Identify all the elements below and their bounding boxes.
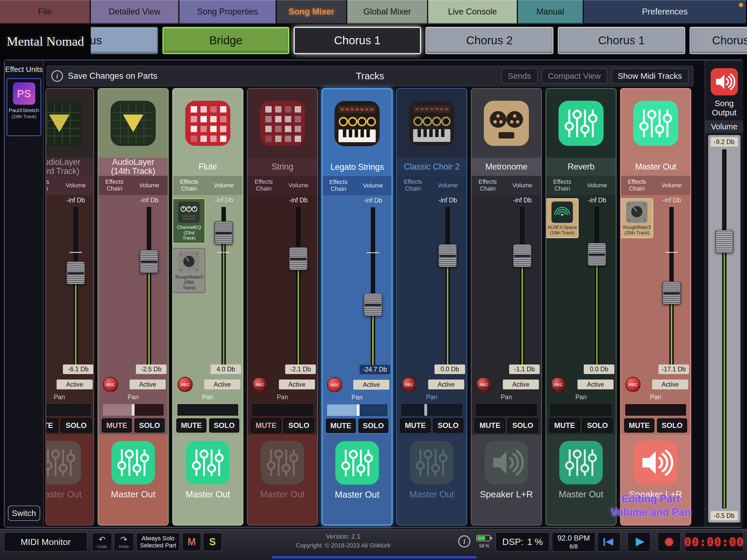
record-button[interactable] [657,532,681,552]
effect-plugin-channeleq[interactable]: ChannelEQ (23rd Track) [173,198,205,244]
solo-button[interactable]: SOLO [583,418,613,433]
fader-handle[interactable] [513,244,532,267]
record-arm-button[interactable]: REC [103,377,118,392]
info-icon[interactable]: i [51,70,63,82]
output-route[interactable]: Master Out [173,434,242,525]
volume-fader[interactable] [280,207,317,373]
track-name[interactable]: Flute [173,158,242,176]
track-instrument-icon[interactable] [110,100,157,147]
pan-control[interactable] [173,403,242,416]
output-icon[interactable] [260,440,305,485]
record-arm-button[interactable]: REC [177,377,193,392]
track-instrument-icon[interactable] [259,100,306,147]
active-badge[interactable]: Active [353,380,389,390]
mute-button[interactable]: MUTE [400,418,430,433]
rewind-button[interactable] [597,532,621,552]
menu-tab-song-properties[interactable]: Song Properties [179,0,277,24]
track-strip-reverb[interactable]: Reverb Effects Chain Volume AU3FX:Space … [545,88,617,526]
fader-handle[interactable] [289,247,308,270]
footer-info-icon[interactable]: i [458,535,470,548]
volume-fader[interactable] [57,207,94,373]
output-icon[interactable] [558,440,604,485]
mute-button[interactable]: MUTE [326,418,356,433]
fader-handle[interactable] [588,243,606,266]
active-badge[interactable]: Active [130,380,166,389]
active-badge[interactable]: Active [279,380,315,389]
output-route[interactable]: Master Out [98,434,168,525]
record-arm-button[interactable]: REC [551,377,566,392]
pan-slider[interactable] [424,404,427,416]
solo-button[interactable]: SOLO [284,418,314,433]
effect-plugin-au3fx-space[interactable]: AU3FX:Space (19th Track) [546,198,578,238]
output-icon[interactable] [409,440,455,485]
volume-fader[interactable] [504,207,541,373]
output-route[interactable]: Master Out [323,435,391,525]
part-tab-chorus[interactable]: Chorus [91,27,158,54]
active-badge[interactable]: Active [652,380,688,389]
output-route[interactable]: Master Out [248,434,317,525]
effect-plugin-roughrider3[interactable]: RoughRider3 (26th Track) [173,248,205,294]
track-name[interactable]: Reverb [546,158,616,176]
pan-control[interactable] [98,403,168,416]
mute-button[interactable]: MUTE [624,418,654,433]
track-instrument-icon[interactable] [408,100,455,147]
solo-global-button[interactable]: S [203,533,222,551]
effect-unit-paulxstretch[interactable]: PS PaulXStretch (24th Track) [6,78,41,136]
pan-control[interactable] [546,403,616,416]
output-route[interactable]: Master Out [45,434,94,525]
menu-tab-live-console[interactable]: Live Console [428,0,518,24]
fader-handle[interactable] [662,281,681,304]
undo-button[interactable]: ↶ Undo [92,533,112,551]
song-output-fader[interactable] [708,149,741,508]
home-indicator[interactable] [272,556,476,558]
record-arm-button[interactable]: REC [252,377,267,392]
record-arm-button[interactable]: REC [476,377,491,392]
solo-button[interactable]: SOLO [508,418,538,433]
menu-tab-song-mixer[interactable]: Song Mixer [277,0,347,24]
mute-button[interactable]: MUTE [176,418,206,433]
track-name[interactable]: AudioLayer (14th Track) [98,158,168,176]
mute-button[interactable]: MUTE [102,418,132,433]
mute-button[interactable]: MUTE [549,418,579,433]
active-badge[interactable]: Active [428,380,464,389]
midi-monitor-button[interactable]: MIDI Monitor [4,532,87,552]
track-strip-audiolayer[interactable]: AudioLayer (3rd Track) Effects Chain Vol… [45,88,94,526]
volume-fader[interactable] [653,207,690,373]
track-strip-classic-choir-2[interactable]: Classic Choir 2 Effects Chain Volume -in… [396,88,467,526]
solo-button[interactable]: SOLO [358,418,388,433]
track-instrument-icon[interactable] [632,100,679,147]
active-badge[interactable]: Active [204,380,240,389]
menu-tab-preferences[interactable]: Preferences [584,0,747,24]
track-strip-metronome[interactable]: Metronome Effects Chain Volume -inf Db -… [471,88,542,526]
mute-button[interactable]: MUTE [251,418,281,433]
track-strip-flute[interactable]: Flute Effects Chain Volume ChannelEQ (23… [172,88,243,526]
output-route[interactable]: Master Out [397,434,466,525]
track-name[interactable]: String [248,158,317,176]
mute-global-button[interactable]: M [182,533,201,551]
pan-control[interactable] [323,404,391,417]
volume-fader[interactable] [354,207,391,374]
volume-fader[interactable] [130,207,168,373]
track-strip-legato-strings[interactable]: Legato Strings Effects Chain Volume -inf… [321,88,393,526]
save-changes-button[interactable]: Save Changes on Parts [68,71,157,81]
active-badge[interactable]: Active [503,380,539,389]
output-icon[interactable] [484,440,529,485]
output-icon[interactable] [110,440,156,485]
part-tab-chorus[interactable]: Chorus [690,27,747,54]
song-output-icon[interactable] [710,68,739,96]
output-route[interactable]: Speaker L+R [472,434,541,525]
effect-plugin-roughrider3[interactable]: RoughRider3 (25th Track) [620,198,653,238]
output-icon[interactable] [633,440,678,485]
record-arm-button[interactable]: REC [625,377,641,392]
output-icon[interactable] [185,440,231,485]
part-tab-chorus-1[interactable]: Chorus 1 [294,27,421,54]
header-button-sends[interactable]: Sends [501,68,538,84]
volume-fader[interactable] [578,207,616,373]
volume-fader[interactable] [205,207,242,373]
output-icon[interactable] [45,440,82,485]
part-tab-bridge[interactable]: Bridge [162,27,289,54]
fader-handle[interactable] [715,230,733,253]
record-arm-button[interactable]: REC [327,377,342,392]
part-tab-chorus-1[interactable]: Chorus 1 [558,27,685,54]
solo-button[interactable]: SOLO [61,418,92,433]
